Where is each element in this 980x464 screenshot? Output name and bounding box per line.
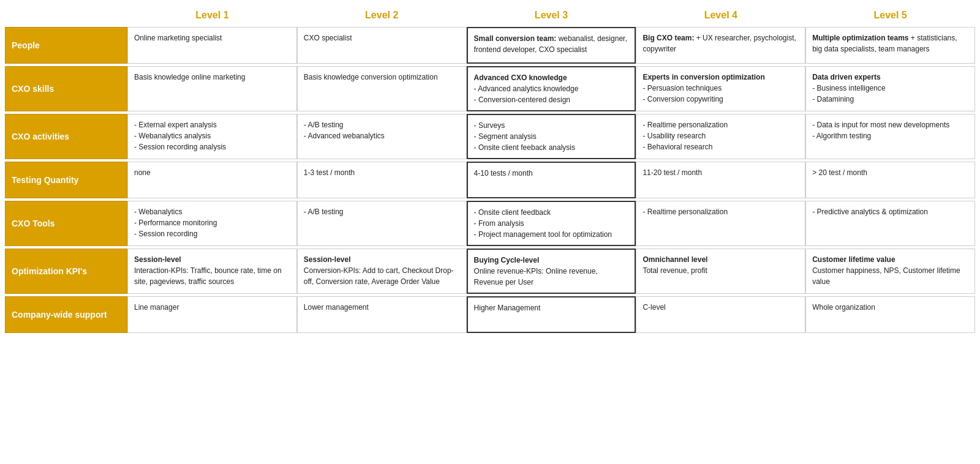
header-level4: Level 4 [636, 6, 805, 24]
data-row-4: CXO Tools- Webanalytics- Performance mon… [5, 201, 975, 246]
cell-2-3: - Realtime personalization- Usability re… [636, 114, 805, 159]
cell-4-3: - Realtime personalization [636, 201, 805, 246]
data-row-6: Company-wide supportLine managerLower ma… [5, 296, 975, 333]
header-level5: Level 5 [805, 6, 975, 24]
row-label-6: Company-wide support [5, 296, 127, 333]
cell-2-2: - Surveys- Segment analysis- Onsite clie… [467, 114, 636, 159]
cell-5-1: Session-levelConversion-KPIs: Add to car… [297, 249, 467, 294]
cell-3-2: 4-10 tests / month [467, 162, 636, 198]
cell-5-0: Session-levelInteraction-KPIs: Traffic, … [127, 249, 297, 294]
cell-1-4: Data driven experts- Business intelligen… [805, 66, 975, 111]
header-row: Level 1 Level 2 Level 3 Level 4 Level 5 [5, 6, 975, 24]
cell-2-0: - External expert analysis- Webanalytics… [127, 114, 297, 159]
row-label-3: Testing Quantity [5, 162, 127, 198]
cell-6-3: C-level [636, 296, 805, 333]
cell-3-4: > 20 test / month [805, 162, 975, 198]
header-level1: Level 1 [127, 6, 297, 24]
data-row-1: CXO skillsBasis knowledge online marketi… [5, 66, 975, 111]
cell-0-2: Small conversion team: webanalist, desig… [467, 27, 636, 64]
cell-6-0: Line manager [127, 296, 297, 333]
data-row-2: CXO activities- External expert analysis… [5, 114, 975, 159]
row-label-4: CXO Tools [5, 201, 127, 246]
cell-6-4: Whole organization [805, 296, 975, 333]
cell-5-2: Buying Cycle-levelOnline revenue-KPIs: O… [467, 249, 636, 294]
row-label-2: CXO activities [5, 114, 127, 159]
rows-container: PeopleOnline marketing specialistCXO spe… [5, 27, 975, 333]
cell-1-0: Basis knowledge online marketing [127, 66, 297, 111]
cell-1-1: Basis knowledge conversion optimization [297, 66, 467, 111]
data-row-5: Optimization KPI'sSession-levelInteracti… [5, 249, 975, 294]
cell-6-2: Higher Management [467, 296, 636, 333]
row-label-5: Optimization KPI's [5, 249, 127, 294]
cell-0-4: Multiple optimization teams + statistici… [805, 27, 975, 64]
cell-5-3: Omnichannel levelTotal revenue, profit [636, 249, 805, 294]
cell-6-1: Lower management [297, 296, 467, 333]
row-label-1: CXO skills [5, 66, 127, 111]
cell-1-2: Advanced CXO knowledge- Advanced analyti… [467, 66, 636, 111]
cell-3-1: 1-3 test / month [297, 162, 467, 198]
cell-2-4: - Data is input for most new development… [805, 114, 975, 159]
data-row-3: Testing Quantitynone1-3 test / month4-10… [5, 162, 975, 198]
header-level3: Level 3 [467, 6, 636, 24]
cell-1-3: Experts in conversion optimization- Pers… [636, 66, 805, 111]
main-container: Level 1 Level 2 Level 3 Level 4 Level 5 … [0, 0, 980, 342]
data-row-0: PeopleOnline marketing specialistCXO spe… [5, 27, 975, 64]
cell-5-4: Customer lifetime valueCustomer happines… [805, 249, 975, 294]
header-empty [5, 6, 127, 24]
cell-3-3: 11-20 test / month [636, 162, 805, 198]
cell-3-0: none [127, 162, 297, 198]
cell-0-1: CXO specialist [297, 27, 467, 64]
cell-2-1: - A/B testing- Advanced webanalytics [297, 114, 467, 159]
cell-0-3: Big CXO team: + UX researcher, psycholog… [636, 27, 805, 64]
cell-4-4: - Predictive analytics & optimization [805, 201, 975, 246]
cell-0-0: Online marketing specialist [127, 27, 297, 64]
cell-4-1: - A/B testing [297, 201, 467, 246]
cell-4-2: - Onsite client feedback- From analysis-… [467, 201, 636, 246]
header-level2: Level 2 [297, 6, 467, 24]
cell-4-0: - Webanalytics- Performance monitoring- … [127, 201, 297, 246]
row-label-0: People [5, 27, 127, 64]
